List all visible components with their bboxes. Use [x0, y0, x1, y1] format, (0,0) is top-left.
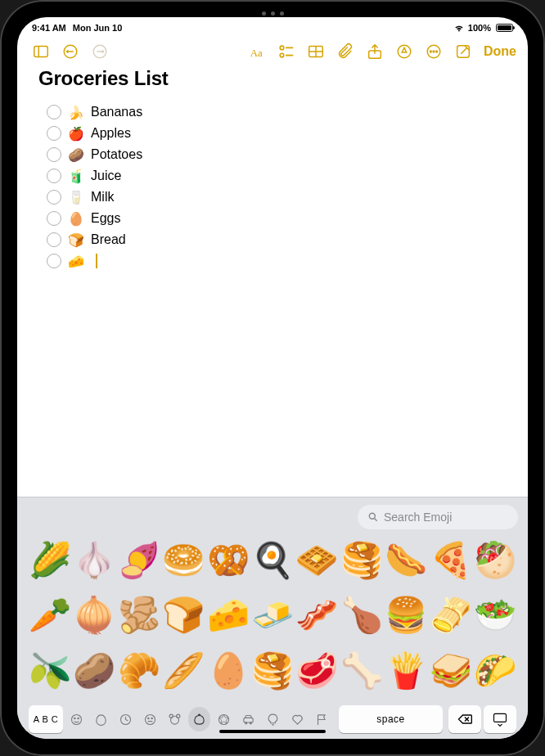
emoji-key[interactable]: 🧈 [251, 594, 294, 637]
svg-rect-34 [244, 718, 253, 722]
front-camera [255, 11, 290, 16]
category-food[interactable] [188, 707, 210, 731]
checklist[interactable]: 🍌Bananas🍎Apples🥔Potatoes🧃Juice🥛Milk🥚Eggs… [38, 101, 507, 272]
sidebar-toggle-button[interactable] [29, 39, 53, 64]
emoji-key[interactable]: 🍠 [118, 538, 160, 581]
camera-dot [271, 11, 275, 16]
emoji-key[interactable]: 🥖 [162, 649, 205, 691]
emoji-key[interactable]: 🥓 [295, 594, 338, 637]
category-activity[interactable] [213, 707, 235, 731]
emoji-key[interactable]: 🥙 [474, 538, 516, 581]
dismiss-keyboard-key[interactable] [484, 705, 516, 733]
table-button[interactable] [304, 39, 328, 64]
emoji-key[interactable]: 🥞 [340, 538, 383, 581]
checklist-checkbox[interactable] [47, 126, 61, 141]
done-button[interactable]: Done [484, 44, 516, 59]
checklist-item[interactable]: 🥛Milk [47, 187, 507, 208]
attachment-button[interactable] [333, 39, 358, 64]
svg-point-7 [280, 46, 284, 50]
checklist-item[interactable]: 🍞Bread [47, 229, 507, 250]
markup-button[interactable] [392, 39, 417, 64]
category-objects[interactable] [262, 707, 284, 731]
checklist-item[interactable]: 🍎Apples [47, 123, 507, 144]
more-button[interactable] [421, 39, 446, 64]
emoji-key[interactable]: 🫔 [430, 594, 472, 637]
svg-point-27 [145, 714, 155, 724]
format-button[interactable]: Aa [245, 39, 269, 64]
emoji-key[interactable]: 🌮 [474, 649, 516, 691]
emoji-key[interactable]: 🥐 [118, 649, 160, 691]
emoji-key[interactable]: 🌽 [29, 538, 71, 581]
emoji-key[interactable]: 🧄 [73, 538, 115, 581]
note-title[interactable]: Groceries List [38, 67, 507, 90]
note-body[interactable]: Groceries List 🍌Bananas🍎Apples🥔Potatoes🧃… [17, 66, 528, 497]
checklist-item[interactable]: 🧃Juice [47, 165, 507, 187]
category-smileys[interactable] [90, 707, 112, 731]
category-frequently-used[interactable] [65, 707, 88, 731]
emoji-key[interactable]: 🫚 [118, 594, 160, 637]
delete-key[interactable] [448, 705, 481, 733]
emoji-search-input[interactable]: Search Emoji [358, 505, 518, 529]
category-animals[interactable] [164, 707, 186, 731]
share-button[interactable] [363, 39, 387, 64]
category-recent[interactable] [115, 707, 137, 731]
emoji-key[interactable]: 🍞 [162, 594, 205, 637]
emoji-key[interactable]: 🥔 [73, 649, 115, 691]
checklist-checkbox[interactable] [47, 190, 61, 205]
emoji-key[interactable]: 🍗 [340, 594, 383, 637]
emoji-key[interactable]: 🧅 [73, 594, 115, 637]
checklist-checkbox[interactable] [47, 254, 61, 268]
emoji-key[interactable]: 🫒 [29, 649, 71, 691]
checklist-item-emoji: 🍌 [68, 105, 84, 120]
svg-point-18 [433, 51, 435, 52]
emoji-key[interactable]: 🍕 [430, 538, 472, 581]
checklist-checkbox[interactable] [47, 169, 61, 183]
emoji-key[interactable]: 🥨 [207, 538, 250, 581]
camera-dot [262, 11, 266, 16]
emoji-key[interactable]: 🥯 [162, 538, 205, 581]
svg-point-25 [78, 718, 79, 718]
svg-point-19 [436, 51, 438, 52]
checklist-item[interactable]: 🧀 [47, 250, 507, 272]
emoji-key[interactable]: 🍳 [251, 538, 294, 581]
category-travel[interactable] [237, 707, 259, 731]
emoji-key[interactable]: 🌭 [385, 538, 427, 581]
checklist-checkbox[interactable] [47, 105, 61, 119]
home-indicator[interactable] [219, 730, 326, 734]
svg-point-36 [250, 722, 251, 723]
emoji-key[interactable]: 🧀 [207, 594, 250, 637]
checklist-item-label: Potatoes [91, 147, 142, 162]
emoji-key[interactable]: 🥞 [251, 649, 294, 691]
emoji-key[interactable]: 🍟 [385, 649, 427, 691]
checklist-item[interactable]: 🍌Bananas [47, 101, 507, 123]
emoji-key[interactable]: 🦴 [340, 649, 383, 691]
emoji-key[interactable]: 🥗 [474, 594, 516, 637]
abc-key[interactable]: A B C [29, 705, 63, 733]
checklist-checkbox[interactable] [47, 147, 61, 162]
status-time: 9:41 AM [32, 23, 66, 33]
undo-button[interactable] [58, 39, 83, 64]
checklist-item[interactable]: 🥔Potatoes [47, 144, 507, 165]
space-key[interactable]: space [339, 705, 443, 733]
checklist-button[interactable] [274, 39, 299, 64]
svg-point-21 [369, 513, 375, 519]
emoji-row: 🫒🥔🥐🥖🥚🥞🥩🦴🍟🥪🌮 [29, 646, 516, 695]
emoji-key[interactable]: 🧇 [295, 538, 338, 581]
checklist-item[interactable]: 🥚Eggs [47, 208, 507, 229]
checklist-checkbox[interactable] [47, 211, 61, 226]
wifi-icon [453, 22, 465, 34]
emoji-key[interactable]: 🥚 [207, 649, 250, 691]
category-symbols[interactable] [286, 707, 309, 731]
new-note-button[interactable] [451, 39, 475, 64]
category-people-smileys[interactable] [139, 707, 161, 731]
emoji-key[interactable]: 🥩 [295, 649, 338, 691]
checklist-checkbox[interactable] [47, 232, 61, 247]
category-flags[interactable] [311, 707, 333, 731]
emoji-key[interactable]: 🍔 [385, 594, 427, 637]
emoji-key[interactable]: 🥕 [29, 594, 71, 637]
svg-rect-39 [494, 713, 507, 722]
redo-button[interactable] [88, 39, 112, 64]
emoji-key[interactable]: 🥪 [430, 649, 472, 691]
checklist-item-emoji: 🍞 [68, 232, 84, 248]
svg-point-23 [71, 714, 81, 724]
